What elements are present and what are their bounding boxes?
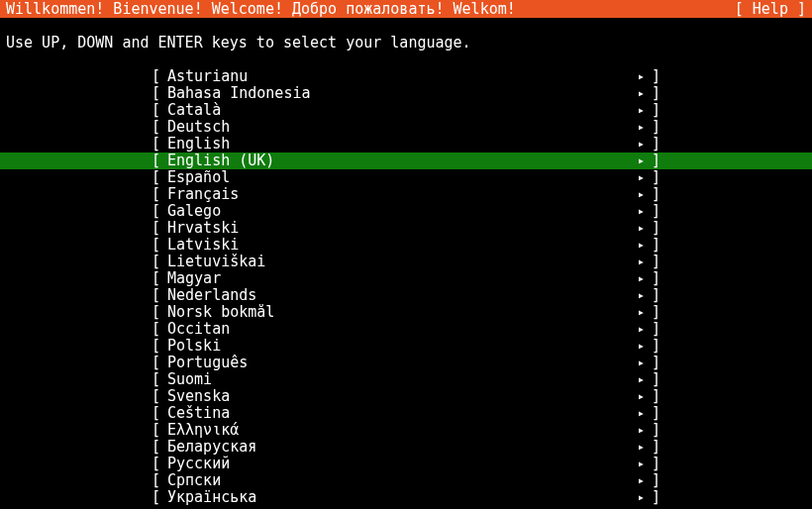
chevron-right-icon: ▸ <box>638 287 651 304</box>
bracket-close: ] <box>651 489 660 506</box>
language-label: Magyar <box>167 270 638 287</box>
language-item[interactable]: [Galego▸] <box>0 203 812 220</box>
language-item[interactable]: [Nederlands▸] <box>0 287 812 304</box>
bracket-close: ] <box>651 102 660 119</box>
language-item[interactable]: [Svenska▸] <box>0 388 812 405</box>
language-item[interactable]: [Deutsch▸] <box>0 119 812 136</box>
language-list: [Asturianu▸][Bahasa Indonesia▸][Català▸]… <box>0 68 812 506</box>
bracket-close: ] <box>651 456 660 472</box>
bracket-open: [ <box>152 169 167 186</box>
language-item[interactable]: [Hrvatski▸] <box>0 220 812 237</box>
language-label: Català <box>167 102 638 119</box>
bracket-open: [ <box>152 304 167 321</box>
language-label: Hrvatski <box>167 220 638 237</box>
language-item[interactable]: [Čeština▸] <box>0 405 812 422</box>
bracket-open: [ <box>152 439 167 456</box>
bracket-open: [ <box>152 321 167 338</box>
bracket-open: [ <box>152 254 167 270</box>
bracket-close: ] <box>651 338 660 355</box>
header-title: Willkommen! Bienvenue! Welcome! Добро по… <box>6 1 516 18</box>
chevron-right-icon: ▸ <box>638 85 651 102</box>
chevron-right-icon: ▸ <box>638 405 651 422</box>
bracket-open: [ <box>152 237 167 254</box>
chevron-right-icon: ▸ <box>638 422 651 439</box>
chevron-right-icon: ▸ <box>638 439 651 456</box>
language-item[interactable]: [Norsk bokmål▸] <box>0 304 812 321</box>
language-item[interactable]: [Polski▸] <box>0 338 812 355</box>
language-item[interactable]: [English (UK)▸] <box>0 153 812 169</box>
language-label: Nederlands <box>167 287 638 304</box>
language-item[interactable]: [Беларуская▸] <box>0 439 812 456</box>
language-item[interactable]: [Français▸] <box>0 186 812 203</box>
bracket-open: [ <box>152 68 167 85</box>
language-item[interactable]: [Español▸] <box>0 169 812 186</box>
bracket-open: [ <box>152 338 167 355</box>
bracket-open: [ <box>152 472 167 489</box>
language-label: English (UK) <box>167 153 638 169</box>
language-label: Español <box>167 169 638 186</box>
bracket-close: ] <box>651 186 660 203</box>
language-item[interactable]: [English▸] <box>0 136 812 153</box>
bracket-open: [ <box>152 422 167 439</box>
language-item[interactable]: [Српски▸] <box>0 472 812 489</box>
bracket-open: [ <box>152 405 167 422</box>
language-item[interactable]: [Русский▸] <box>0 456 812 472</box>
bracket-close: ] <box>651 304 660 321</box>
bracket-close: ] <box>651 422 660 439</box>
language-item[interactable]: [Suomi▸] <box>0 371 812 388</box>
language-item[interactable]: [Bahasa Indonesia▸] <box>0 85 812 102</box>
language-label: Français <box>167 186 638 203</box>
language-label: Latviski <box>167 237 638 254</box>
bracket-open: [ <box>152 119 167 136</box>
bracket-close: ] <box>651 68 660 85</box>
chevron-right-icon: ▸ <box>638 254 651 270</box>
language-item[interactable]: [Lietuviškai▸] <box>0 254 812 270</box>
chevron-right-icon: ▸ <box>638 102 651 119</box>
language-item[interactable]: [Asturianu▸] <box>0 68 812 85</box>
bracket-close: ] <box>651 472 660 489</box>
bracket-close: ] <box>651 203 660 220</box>
chevron-right-icon: ▸ <box>638 186 651 203</box>
chevron-right-icon: ▸ <box>638 237 651 254</box>
language-item[interactable]: [Українська▸] <box>0 489 812 506</box>
language-label: Русский <box>167 456 638 472</box>
language-item[interactable]: [Português▸] <box>0 355 812 371</box>
bracket-open: [ <box>152 287 167 304</box>
bracket-open: [ <box>152 102 167 119</box>
language-item[interactable]: [Català▸] <box>0 102 812 119</box>
bracket-open: [ <box>152 456 167 472</box>
language-item[interactable]: [Occitan▸] <box>0 321 812 338</box>
chevron-right-icon: ▸ <box>638 355 651 371</box>
language-label: Bahasa Indonesia <box>167 85 638 102</box>
bracket-close: ] <box>651 153 660 169</box>
language-label: Српски <box>167 472 638 489</box>
instruction-text: Use UP, DOWN and ENTER keys to select yo… <box>0 35 812 51</box>
chevron-right-icon: ▸ <box>638 203 651 220</box>
bracket-open: [ <box>152 489 167 506</box>
language-label: Deutsch <box>167 119 638 136</box>
bracket-open: [ <box>152 355 167 371</box>
language-label: Asturianu <box>167 68 638 85</box>
language-label: Suomi <box>167 371 638 388</box>
bracket-close: ] <box>651 270 660 287</box>
chevron-right-icon: ▸ <box>638 220 651 237</box>
bracket-close: ] <box>651 371 660 388</box>
bracket-open: [ <box>152 153 167 169</box>
bracket-open: [ <box>152 220 167 237</box>
language-label: Polski <box>167 338 638 355</box>
language-item[interactable]: [Latviski▸] <box>0 237 812 254</box>
bracket-close: ] <box>651 85 660 102</box>
bracket-close: ] <box>651 321 660 338</box>
language-item[interactable]: [Magyar▸] <box>0 270 812 287</box>
language-label: English <box>167 136 638 153</box>
bracket-close: ] <box>651 254 660 270</box>
bracket-open: [ <box>152 270 167 287</box>
language-label: Svenska <box>167 388 638 405</box>
language-item[interactable]: [Ελληνικά▸] <box>0 422 812 439</box>
bracket-open: [ <box>152 203 167 220</box>
language-label: Português <box>167 355 638 371</box>
chevron-right-icon: ▸ <box>638 321 651 338</box>
help-button[interactable]: [ Help ] <box>735 1 806 18</box>
bracket-open: [ <box>152 388 167 405</box>
language-label: Occitan <box>167 321 638 338</box>
